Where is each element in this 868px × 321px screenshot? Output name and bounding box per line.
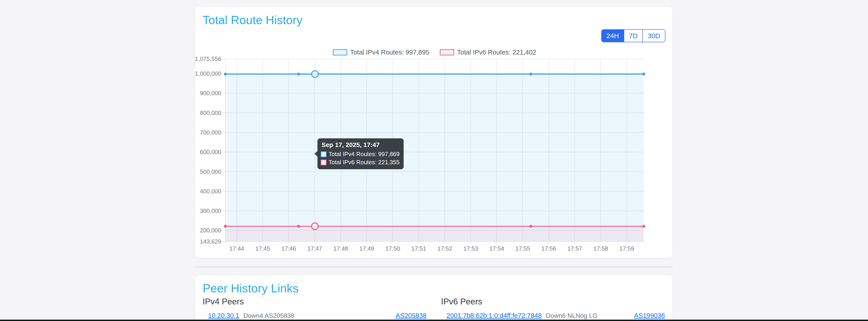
x-tick-label: 17:51	[411, 245, 426, 252]
x-tick-label: 17:53	[463, 245, 478, 252]
peer-links-title: Peer History Links	[203, 282, 299, 295]
y-tick-label: 800,000	[200, 109, 221, 116]
x-tick-label: 17:56	[541, 245, 556, 252]
tooltip-row-label: Total IPv6 Routes: 221,355	[329, 159, 400, 166]
tooltip-title: Sep 17, 2025, 17:47	[321, 141, 400, 149]
y-tick-label: 700,000	[200, 129, 221, 136]
x-tick-label: 17:46	[281, 245, 296, 252]
chart-tooltip: Sep 17, 2025, 17:47 Total IPv4 Routes: 9…	[317, 138, 404, 169]
y-tick-label: 500,000	[200, 168, 221, 175]
ipv6-peers-column: IPv6 Peers 2001:7b8:62b:1:0:d4ff:fe72:78…	[441, 297, 665, 319]
y-tick-label: 1,000,000	[195, 70, 221, 77]
data-point	[643, 73, 645, 76]
peer-address-link[interactable]: 10.20.30.1	[208, 312, 239, 319]
hovered-data-point	[312, 71, 318, 77]
data-point	[297, 225, 300, 228]
x-tick-label: 17:48	[333, 245, 348, 252]
section-divider	[195, 267, 673, 267]
peer-asn-link[interactable]: AS199036	[634, 312, 665, 319]
peer-description: Down6 NLNog LG	[546, 312, 597, 319]
x-tick-label: 17:47	[307, 245, 322, 252]
y-tick-label: 143,629	[200, 238, 221, 245]
tooltip-row-label: Total IPv4 Routes: 997,869	[329, 151, 400, 158]
y-tick-label: 900,000	[200, 90, 221, 97]
x-tick-label: 17:57	[567, 245, 582, 252]
bottom-bar	[0, 320, 868, 321]
tooltip-rows: Total IPv4 Routes: 997,869Total IPv6 Rou…	[321, 151, 400, 166]
peer-row: 2001:7b8:62b:1:0:d4ff:fe72:7848 Down6 NL…	[441, 312, 665, 319]
series-swatch	[321, 159, 327, 166]
data-point	[643, 225, 645, 228]
x-tick-label: 17:49	[359, 245, 374, 252]
x-tick-label: 17:52	[437, 245, 452, 252]
peer-address-link[interactable]: 2001:7b8:62b:1:0:d4ff:fe72:7848	[446, 312, 542, 319]
tooltip-row: Total IPv6 Routes: 221,355	[321, 159, 400, 166]
peer-row: 10.20.30.1 Down4 AS205838 AS205838	[203, 312, 427, 319]
tooltip-row: Total IPv4 Routes: 997,869	[321, 151, 400, 158]
peer-columns: IPv4 Peers 10.20.30.1 Down4 AS205838 AS2…	[203, 297, 665, 319]
peer-asn-link[interactable]: AS205838	[396, 312, 426, 319]
route-history-chart[interactable]: 1,075,5561,000,000900,000800,000700,0006…	[195, 7, 673, 258]
data-point	[529, 73, 532, 76]
y-tick-label: 200,000	[200, 227, 221, 234]
x-tick-label: 17:54	[489, 245, 504, 252]
data-point	[224, 225, 227, 228]
series-area	[225, 226, 644, 242]
ipv4-peers-heading: IPv4 Peers	[203, 297, 427, 307]
data-point	[529, 225, 532, 228]
hovered-data-point	[312, 223, 318, 229]
x-tick-label: 17:44	[229, 245, 244, 252]
y-tick-label: 300,000	[200, 207, 221, 214]
y-tick-label: 600,000	[200, 149, 221, 155]
x-tick-label: 17:50	[385, 245, 400, 252]
x-tick-label: 17:59	[619, 245, 634, 252]
data-point	[224, 73, 227, 76]
peer-links-card: Peer History Links IPv4 Peers 10.20.30.1…	[195, 275, 673, 321]
x-tick-label: 17:55	[515, 245, 530, 252]
ipv4-peers-column: IPv4 Peers 10.20.30.1 Down4 AS205838 AS2…	[203, 297, 427, 319]
series-area	[225, 74, 644, 242]
ipv6-peers-heading: IPv6 Peers	[441, 297, 665, 307]
y-tick-label: 1,075,556	[195, 56, 221, 62]
data-point	[297, 73, 300, 76]
series-swatch	[321, 151, 327, 157]
peer-description: Down4 AS205838	[243, 312, 294, 319]
route-history-card: Total Route History 24H 7D 30D Total IPv…	[195, 7, 673, 258]
page: Total Route History 24H 7D 30D Total IPv…	[0, 0, 868, 321]
x-tick-label: 17:45	[255, 245, 270, 252]
y-tick-label: 400,000	[200, 188, 221, 195]
x-tick-label: 17:58	[593, 245, 608, 252]
